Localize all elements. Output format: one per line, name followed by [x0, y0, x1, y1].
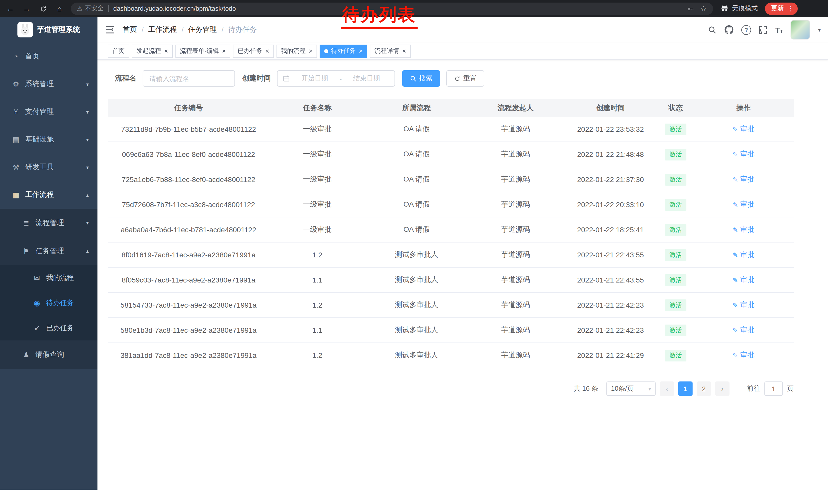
approve-link[interactable]: ✎审批 — [733, 125, 755, 134]
edit-icon: ✎ — [733, 150, 738, 158]
sidebar-toggle-icon[interactable] — [105, 26, 114, 34]
create-time-cell: 2022-01-22 21:48:48 — [563, 142, 658, 167]
address-separator — [108, 5, 109, 12]
process-cell: OA 请假 — [365, 192, 468, 217]
approve-link[interactable]: ✎审批 — [733, 326, 755, 335]
check-flow-icon: ✔ — [31, 324, 43, 332]
breadcrumb-separator: / — [141, 26, 143, 34]
tab-label: 流程详情 — [374, 47, 399, 55]
tab-process-detail[interactable]: 流程详情× — [370, 44, 411, 58]
column-header: 操作 — [694, 99, 794, 117]
approve-link[interactable]: ✎审批 — [733, 200, 755, 209]
github-icon[interactable] — [724, 25, 734, 34]
task-id-cell: 8f0d1619-7ac8-11ec-a9e2-a2380e71991a — [108, 242, 269, 267]
close-icon[interactable]: × — [359, 48, 363, 54]
help-icon[interactable]: ? — [741, 25, 751, 35]
search-button[interactable]: 搜索 — [402, 70, 440, 87]
warning-icon: ⚠ — [77, 5, 83, 12]
page-buttons: ‹12› — [660, 381, 730, 396]
date-range-picker[interactable]: 开始日期 - 结束日期 — [277, 70, 395, 87]
task-management-icon: ⚑ — [20, 247, 32, 255]
action-cell: ✎审批 — [694, 167, 794, 192]
reload-icon — [39, 5, 47, 13]
tab-start-process[interactable]: 发起流程× — [132, 44, 173, 58]
browser-forward-button[interactable]: → — [20, 4, 33, 13]
sidebar-item-system-management[interactable]: ⚙系统管理▾ — [0, 70, 97, 98]
sidebar-item-payment-management[interactable]: ¥支付管理▾ — [0, 98, 97, 126]
tab-my-processes[interactable]: 我的流程× — [277, 44, 317, 58]
approve-link[interactable]: ✎审批 — [733, 150, 755, 159]
user-avatar[interactable] — [791, 20, 810, 40]
close-icon[interactable]: × — [265, 48, 269, 54]
dashboard-icon: ◔ — [10, 52, 22, 60]
approve-link[interactable]: ✎审批 — [733, 351, 755, 360]
tab-home[interactable]: 首页 — [108, 44, 129, 58]
browser-reload-button[interactable] — [37, 4, 49, 13]
reset-button-label: 重置 — [463, 74, 477, 83]
sidebar-item-workflow[interactable]: ▥工作流程▴ — [0, 181, 97, 209]
tab-label: 流程表单-编辑 — [180, 47, 219, 55]
status-badge: 激活 — [665, 199, 687, 211]
table-row: 73211d9d-7b9b-11ec-b5b7-acde48001122一级审批… — [108, 117, 794, 142]
top-navbar: 首页/工作流程/任务管理/待办任务 ? TT ▾ — [97, 17, 828, 43]
tab-done-tasks[interactable]: 已办任务× — [233, 44, 274, 58]
sidebar-item-todo-tasks[interactable]: ◉待办任务 — [0, 290, 97, 315]
approve-link[interactable]: ✎审批 — [733, 175, 755, 184]
browser-back-button[interactable]: ← — [4, 4, 16, 13]
edit-icon: ✎ — [733, 176, 738, 183]
breadcrumb-item[interactable]: 工作流程 — [148, 25, 177, 34]
approve-link[interactable]: ✎审批 — [733, 275, 755, 284]
sidebar-item-task-management[interactable]: ⚑任务管理▴ — [0, 237, 97, 265]
tab-form-edit[interactable]: 流程表单-编辑× — [175, 44, 230, 58]
sidebar-item-home[interactable]: ◔首页 — [0, 43, 97, 70]
create-time-cell: 2022-01-22 21:37:30 — [563, 167, 658, 192]
page-size-select[interactable]: 10条/页 ▾ — [606, 381, 656, 396]
status-cell: 激活 — [658, 242, 694, 267]
table-row: 8f0d1619-7ac8-11ec-a9e2-a2380e71991a1.2测… — [108, 242, 794, 268]
sidebar-item-done-tasks[interactable]: ✔已办任务 — [0, 315, 97, 340]
yen-icon: ¥ — [10, 108, 22, 116]
tab-label: 我的流程 — [281, 47, 306, 55]
sidebar-item-my-processes[interactable]: ✉我的流程 — [0, 265, 97, 290]
breadcrumb-item[interactable]: 任务管理 — [188, 25, 217, 34]
process-name-input[interactable] — [142, 70, 235, 87]
initiator-cell: 芋道源码 — [468, 293, 563, 317]
sidebar-item-dev-tools[interactable]: ⚒研发工具▾ — [0, 153, 97, 181]
navbar-actions: ? TT ▾ — [708, 17, 821, 43]
sidebar-item-leave-query[interactable]: ♟请假查询 — [0, 340, 97, 369]
prev-page-button[interactable]: ‹ — [660, 381, 674, 396]
avatar-caret-icon[interactable]: ▾ — [818, 27, 821, 33]
browser-menu-icon[interactable]: ⋮ — [787, 5, 794, 12]
close-icon[interactable]: × — [222, 48, 226, 54]
close-icon[interactable]: × — [164, 48, 168, 54]
approve-link[interactable]: ✎审批 — [733, 250, 755, 260]
page-button-1[interactable]: 1 — [678, 381, 693, 396]
close-icon[interactable]: × — [402, 48, 406, 54]
update-label: 更新 — [771, 4, 784, 13]
font-size-icon[interactable]: TT — [775, 26, 783, 34]
sidebar-item-process-management[interactable]: ≣流程管理▾ — [0, 209, 97, 237]
browser-home-button[interactable]: ⌂ — [53, 4, 66, 13]
approve-link[interactable]: ✎审批 — [733, 225, 755, 234]
approve-link[interactable]: ✎审批 — [733, 301, 755, 310]
fullscreen-icon[interactable] — [759, 26, 768, 34]
goto-page-input[interactable] — [764, 381, 783, 396]
tab-todo-tasks[interactable]: 待办任务× — [320, 44, 367, 58]
calendar-icon — [283, 75, 290, 82]
app-logo[interactable]: 芋道管理系统 — [0, 17, 97, 43]
page-content: 流程名 创建时间 开始日期 - 结束日期 搜索 — [97, 60, 828, 405]
breadcrumb-item[interactable]: 首页 — [123, 25, 137, 34]
search-icon[interactable] — [708, 26, 717, 34]
reset-button[interactable]: 重置 — [446, 70, 484, 87]
close-icon[interactable]: × — [309, 48, 313, 54]
bookmark-star-icon[interactable]: ☆ — [700, 4, 707, 13]
column-header: 状态 — [658, 99, 694, 117]
task-id-cell: 75d72608-7b7f-11ec-a3c8-acde48001122 — [108, 192, 269, 217]
next-page-button[interactable]: › — [715, 381, 730, 396]
password-key-icon[interactable] — [687, 5, 694, 12]
page-button-2[interactable]: 2 — [697, 381, 711, 396]
active-dot — [325, 49, 329, 53]
sidebar-item-infrastructure[interactable]: ▤基础设施▾ — [0, 126, 97, 153]
update-button[interactable]: 更新 ⋮ — [765, 2, 798, 15]
action-cell: ✎审批 — [694, 192, 794, 217]
